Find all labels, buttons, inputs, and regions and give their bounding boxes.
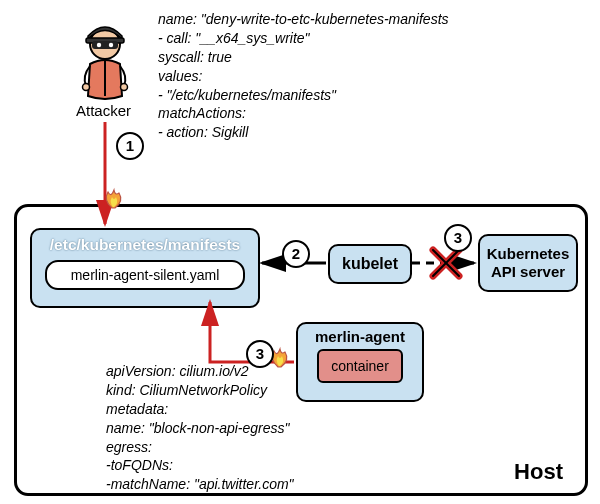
policy2-line: -matchName: "api.twitter.com"	[106, 475, 294, 494]
manifest-file: merlin-agent-silent.yaml	[45, 260, 245, 290]
manifests-path: /etc/kubernetes/manifests	[32, 236, 258, 254]
callout-3a: 3	[444, 224, 472, 252]
callout-1: 1	[116, 132, 144, 160]
svg-point-6	[121, 84, 128, 91]
attacker-label: Attacker	[76, 102, 131, 119]
policy1-line: matchActions:	[158, 104, 449, 123]
policy1-line: - action: Sigkill	[158, 123, 449, 142]
policy2-line: egress:	[106, 438, 294, 457]
svg-point-4	[109, 43, 113, 47]
attacker-icon	[80, 24, 130, 100]
policy2-line: name: "block-non-api-egress"	[106, 419, 294, 438]
api-server-box: Kubernetes API server	[478, 234, 578, 292]
svg-point-3	[97, 43, 101, 47]
policy2-line: metadata:	[106, 400, 294, 419]
kubelet-box: kubelet	[328, 244, 412, 284]
network-policy-snippet: apiVersion: cilium.io/v2 kind: CiliumNet…	[106, 362, 294, 494]
api-server-label: Kubernetes API server	[480, 245, 576, 281]
callout-2: 2	[282, 240, 310, 268]
policy2-line: kind: CiliumNetworkPolicy	[106, 381, 294, 400]
policy1-line: syscall: true	[158, 48, 449, 67]
policy2-line: -toFQDNs:	[106, 456, 294, 475]
policy1-line: - call: "__x64_sys_write"	[158, 29, 449, 48]
tracing-policy-snippet: name: "deny-write-to-etc-kubernetes-mani…	[158, 10, 449, 142]
callout-3b: 3	[246, 340, 274, 368]
manifests-dir-box: /etc/kubernetes/manifests merlin-agent-s…	[30, 228, 260, 308]
policy1-line: values:	[158, 67, 449, 86]
svg-rect-2	[92, 41, 118, 49]
host-label: Host	[514, 459, 563, 485]
merlin-agent-box: merlin-agent container	[296, 322, 424, 402]
merlin-title: merlin-agent	[298, 328, 422, 345]
policy1-line: name: "deny-write-to-etc-kubernetes-mani…	[158, 10, 449, 29]
svg-point-5	[83, 84, 90, 91]
policy1-line: - "/etc/kubernetes/manifests"	[158, 86, 449, 105]
container-box: container	[317, 349, 403, 383]
